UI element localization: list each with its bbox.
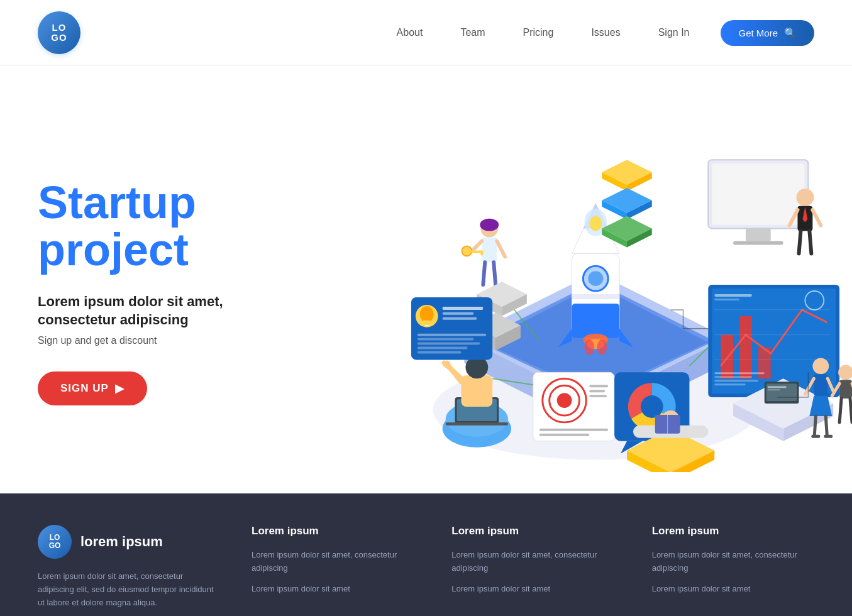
svg-rect-70 <box>714 376 752 378</box>
svg-line-86 <box>826 416 827 435</box>
svg-line-49 <box>497 241 505 256</box>
svg-rect-87 <box>811 435 820 438</box>
svg-line-104 <box>445 363 462 378</box>
nav-team[interactable]: Team <box>460 27 485 38</box>
hero-subtitle: Lorem ipsum dolor sit amet, consectetur … <box>38 293 302 329</box>
arrow-icon: ▶ <box>115 382 124 395</box>
logo-line2: GO <box>51 33 67 43</box>
hero-title: Startup project <box>38 179 302 274</box>
svg-point-46 <box>462 246 472 256</box>
svg-point-20 <box>597 340 607 355</box>
header: LO GO About Team Pricing Issues Sign In … <box>0 0 852 66</box>
svg-line-50 <box>483 262 485 285</box>
svg-rect-116 <box>418 347 468 349</box>
svg-rect-88 <box>824 435 833 438</box>
main-nav: About Team Pricing Issues Sign In <box>397 27 690 38</box>
svg-rect-100 <box>461 375 492 407</box>
svg-line-93 <box>839 399 841 422</box>
get-more-button[interactable]: Get More 🔍 <box>721 20 814 46</box>
footer-col-3: Lorem ipsum Lorem ipsum dolor sit amet, … <box>652 525 814 603</box>
svg-rect-60 <box>721 335 733 379</box>
svg-point-121 <box>557 393 572 408</box>
svg-line-29 <box>812 210 821 226</box>
svg-rect-112 <box>443 317 477 320</box>
svg-point-19 <box>584 340 594 355</box>
svg-rect-69 <box>714 372 765 374</box>
svg-rect-21 <box>572 294 619 299</box>
hero-desc: Sign up and get a discount <box>38 335 302 346</box>
svg-rect-114 <box>418 338 473 341</box>
svg-point-130 <box>641 395 663 418</box>
svg-rect-111 <box>443 312 474 315</box>
hero-illustration <box>302 91 814 493</box>
svg-rect-71 <box>714 380 758 382</box>
svg-rect-122 <box>589 385 608 387</box>
hero-section: Startup project Lorem ipsum dolor sit am… <box>0 66 852 493</box>
nav-about[interactable]: About <box>397 27 423 38</box>
logo-line1: LO <box>52 23 67 33</box>
svg-point-107 <box>420 306 434 322</box>
svg-rect-68 <box>714 299 739 300</box>
footer-col3-title: Lorem ipsum <box>652 525 814 537</box>
svg-rect-108 <box>423 321 431 326</box>
svg-line-31 <box>809 231 811 254</box>
svg-point-14 <box>589 216 602 231</box>
search-icon: 🔍 <box>784 27 797 39</box>
footer-brand-desc: Lorem ipsum dolor sit amet, consectetur … <box>38 570 214 609</box>
hero-left: Startup project Lorem ipsum dolor sit am… <box>38 179 302 405</box>
svg-rect-48 <box>480 250 483 255</box>
svg-rect-61 <box>739 316 752 378</box>
svg-rect-79 <box>768 389 780 390</box>
svg-rect-90 <box>839 380 852 399</box>
svg-rect-78 <box>768 386 787 388</box>
svg-rect-123 <box>589 390 605 392</box>
svg-rect-72 <box>714 383 746 385</box>
svg-rect-67 <box>714 294 752 297</box>
svg-rect-126 <box>539 434 590 436</box>
svg-rect-124 <box>589 395 607 397</box>
svg-line-30 <box>799 231 800 254</box>
svg-rect-44 <box>482 238 497 263</box>
footer-col2-title: Lorem ipsum <box>451 525 614 537</box>
svg-line-85 <box>814 416 816 435</box>
footer-col-1: Lorem ipsum Lorem ipsum dolor sit amet, … <box>252 525 414 603</box>
footer-col2-item1: Lorem ipsum dolor sit amet, consectetur … <box>451 549 614 575</box>
svg-rect-24 <box>746 229 771 241</box>
svg-rect-125 <box>539 429 608 431</box>
svg-point-80 <box>812 358 829 374</box>
footer-col3-item2: Lorem ipsum dolor sit amet <box>652 583 814 596</box>
svg-point-89 <box>838 365 852 380</box>
svg-point-10 <box>588 271 603 286</box>
nav-issues[interactable]: Issues <box>591 27 620 38</box>
logo[interactable]: LO GO <box>38 11 80 54</box>
footer: LO GO lorem ipsum Lorem ipsum dolor sit … <box>0 493 852 616</box>
svg-rect-99 <box>446 422 508 426</box>
svg-rect-8 <box>572 304 619 338</box>
svg-rect-25 <box>733 241 783 245</box>
footer-col2-item2: Lorem ipsum dolor sit amet <box>451 583 614 596</box>
nav-pricing[interactable]: Pricing <box>523 27 554 38</box>
nav-signin[interactable]: Sign In <box>658 27 690 38</box>
footer-brand-name: lorem ipsum <box>80 534 163 550</box>
footer-col3-item1: Lorem ipsum dolor sit amet, consectetur … <box>652 549 814 575</box>
footer-col1-title: Lorem ipsum <box>252 525 414 537</box>
footer-col1-item1: Lorem ipsum dolor sit amet, consectetur … <box>252 549 414 575</box>
svg-rect-110 <box>443 307 484 310</box>
signup-button[interactable]: SIGN UP ▶ <box>38 371 147 405</box>
svg-rect-117 <box>418 351 462 354</box>
svg-point-43 <box>480 219 499 231</box>
footer-col1-item2: Lorem ipsum dolor sit amet <box>252 583 414 596</box>
footer-logo: LO GO lorem ipsum <box>38 525 214 559</box>
svg-rect-113 <box>418 334 486 336</box>
svg-point-26 <box>796 189 814 206</box>
footer-col-2: Lorem ipsum Lorem ipsum dolor sit amet, … <box>451 525 614 603</box>
svg-rect-23 <box>712 163 804 224</box>
footer-brand: LO GO lorem ipsum Lorem ipsum dolor sit … <box>38 525 214 609</box>
svg-rect-115 <box>418 343 480 345</box>
svg-line-51 <box>494 262 495 285</box>
svg-rect-81 <box>814 374 827 396</box>
